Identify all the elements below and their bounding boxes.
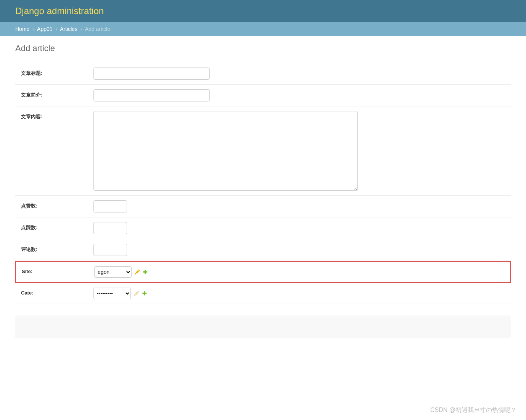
site-widget: egon ✚: [94, 266, 148, 278]
add-site-button[interactable]: ✚: [143, 269, 148, 275]
breadcrumb-separator: ›: [32, 26, 34, 32]
breadcrumb-model[interactable]: Articles: [60, 26, 77, 32]
breadcrumb-app[interactable]: App01: [37, 26, 52, 32]
field-row-site: Site: egon ✚: [15, 261, 511, 283]
field-label-down-num: 点踩数:: [21, 222, 93, 231]
cate-widget: --------- ✚: [93, 288, 147, 299]
field-row-desc: 文章简介:: [15, 85, 511, 106]
field-label-desc: 文章简介:: [21, 89, 93, 98]
breadcrumb-separator: ›: [55, 26, 57, 32]
pencil-icon: [135, 269, 140, 275]
desc-input[interactable]: [93, 89, 210, 101]
field-row-title: 文章标题:: [15, 63, 511, 85]
field-label-comment-num: 评论数:: [21, 244, 93, 253]
pencil-icon: [134, 291, 139, 296]
breadcrumb: Home › App01 › Articles › Add article: [0, 22, 526, 36]
field-label-title: 文章标题:: [21, 68, 93, 77]
breadcrumb-separator: ›: [80, 26, 82, 32]
breadcrumb-current: Add article: [85, 26, 110, 32]
down-num-input[interactable]: [93, 222, 127, 234]
comment-num-input[interactable]: [93, 244, 127, 256]
field-label-site: Site:: [22, 266, 94, 274]
plus-icon: ✚: [142, 290, 147, 296]
submit-row: [15, 315, 511, 338]
field-row-content: 文章内容:: [15, 106, 511, 196]
page-title: Add article: [15, 43, 511, 53]
field-label-cate: Cate:: [21, 288, 93, 296]
site-select[interactable]: egon: [94, 266, 132, 278]
add-cate-button[interactable]: ✚: [142, 290, 147, 296]
content: Add article 文章标题: 文章简介: 文章内容: 点赞数: 点踩数: …: [0, 36, 526, 346]
field-row-comment-num: 评论数:: [15, 239, 511, 261]
field-row-down-num: 点踩数:: [15, 217, 511, 239]
edit-site-button[interactable]: [135, 269, 140, 275]
cate-select[interactable]: ---------: [93, 288, 131, 299]
edit-cate-button[interactable]: [134, 291, 139, 296]
breadcrumb-home[interactable]: Home: [15, 26, 29, 32]
field-row-up-num: 点赞数:: [15, 196, 511, 217]
up-num-input[interactable]: [93, 200, 127, 212]
field-label-up-num: 点赞数:: [21, 200, 93, 209]
header: Django administration: [0, 0, 526, 22]
plus-icon: ✚: [143, 269, 148, 275]
field-label-content: 文章内容:: [21, 111, 93, 120]
field-row-cate: Cate: --------- ✚: [15, 283, 511, 304]
title-input[interactable]: [93, 68, 210, 80]
site-title: Django administration: [15, 6, 511, 16]
content-input[interactable]: [93, 111, 358, 191]
